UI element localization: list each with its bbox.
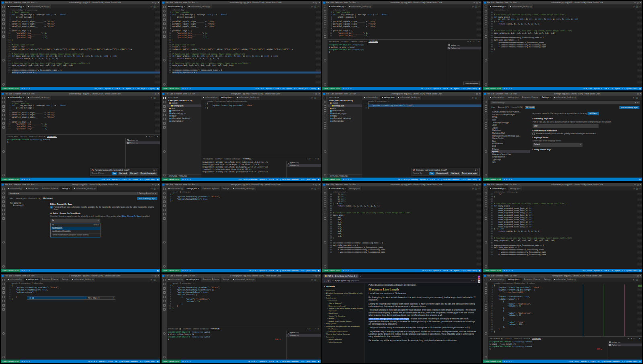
panel-tab-output[interactable]: OUTPUT — [20, 135, 27, 137]
status-segment[interactable]: Spaces: 4 — [112, 178, 119, 180]
split-editor-icon[interactable]: ◫ — [475, 96, 477, 99]
tab-Settings[interactable]: Settings — [60, 278, 70, 282]
section-timeline[interactable]: › TIMELINE — [178, 175, 187, 177]
accounts-icon[interactable] — [485, 241, 487, 243]
editor[interactable]: 123456789101112131415161718192021{ "pyth… — [488, 284, 642, 337]
new-terminal-icon[interactable]: ＋ — [628, 337, 630, 339]
panel-tab-output[interactable]: OUTPUT — [505, 337, 512, 339]
more-icon[interactable]: ⋯ — [473, 41, 475, 43]
minimize-icon[interactable]: ─ — [635, 184, 636, 186]
menu-go[interactable]: Go — [510, 2, 512, 4]
settings-search-input[interactable]: Search settings▼✕ — [490, 101, 640, 104]
tab-Extension--Pylance[interactable]: Extension: Pylance — [201, 278, 221, 282]
status-segment[interactable]: 3.11.2 ('venv': venv) — [140, 178, 155, 180]
breadcrumb[interactable]: unformatted.py › … — [328, 190, 481, 193]
more-actions-icon[interactable]: ⋯ — [157, 187, 159, 190]
docker-icon[interactable] — [2, 35, 5, 38]
status-segment[interactable]: 3.11.2 ('venv': venv) — [622, 270, 637, 272]
problems-indicator[interactable]: ⊘0⚠0 — [21, 88, 30, 90]
tab-unformatted_backup-py[interactable]: unformatted_backup.py — [508, 4, 534, 8]
menu-file[interactable]: File — [166, 184, 168, 186]
notification-button-use-yapf[interactable]: Use yapf — [129, 172, 139, 175]
panel-tab-debug-console[interactable]: DEBUG CONSOLE — [29, 135, 45, 137]
more-actions-icon[interactable]: ⋯ — [317, 5, 319, 8]
maximize-panel-icon[interactable]: ⌃ — [475, 41, 477, 43]
remote-explorer-icon[interactable] — [324, 122, 326, 125]
more-actions-icon[interactable]: ⋯ — [478, 187, 480, 190]
remote-indicator[interactable]: ⤫ WSL: Ubuntu-20.04 — [483, 360, 502, 363]
menu-run[interactable]: Run — [31, 275, 34, 277]
menu-go[interactable]: Go — [188, 184, 190, 186]
manage-gear-icon[interactable] — [163, 174, 166, 176]
tab-settings-json[interactable]: settings.json — [508, 186, 522, 190]
remote-indicator[interactable]: ⤫ WSL: Ubuntu-20.04 — [162, 178, 180, 181]
problems-indicator[interactable]: ⊘0⚠2 — [343, 270, 351, 272]
run-and-debug-icon[interactable] — [2, 109, 5, 112]
close-tab-icon[interactable]: × — [184, 6, 185, 8]
menu-view[interactable]: View — [183, 184, 187, 186]
run-and-debug-icon[interactable] — [485, 18, 487, 21]
menu-view[interactable]: View — [504, 184, 508, 186]
terminal-session-item[interactable]: Pythonrpg — [608, 344, 642, 346]
code-area[interactable]: # "bad" spacingdef say_message ( message… — [12, 102, 160, 135]
source-control-icon[interactable] — [2, 105, 5, 108]
problems-indicator[interactable]: ⊘0⚠0 — [343, 178, 351, 180]
split-editor-icon[interactable]: ◫ — [636, 187, 638, 190]
status-segment[interactable]: LF — [276, 178, 278, 180]
close-icon[interactable]: × — [477, 169, 478, 171]
status-segment[interactable]: Spaces: 4 — [266, 88, 273, 90]
more-icon[interactable]: ⋯ — [312, 158, 314, 160]
status-segment[interactable]: Python — [615, 88, 620, 90]
extensions-icon[interactable] — [2, 296, 5, 298]
editor[interactable]: 123456789101112# "bad" spacingdef say_me… — [6, 102, 160, 135]
status-segment[interactable]: 3.11.2 ('venv': venv) — [461, 270, 477, 272]
terminal-session-item[interactable]: pythonrpg — [126, 139, 160, 141]
notifications-bell-icon[interactable]: ◩ — [318, 88, 319, 90]
setting-select[interactable]: Default∨ — [532, 143, 583, 147]
tree-item-simple-browser[interactable]: Simple Browser — [492, 156, 530, 159]
status-segment[interactable]: Ln 28, Col 9 — [583, 88, 592, 90]
tab-unformatted-py[interactable]: unformatted.py× — [167, 4, 187, 8]
close-icon[interactable]: ✕ — [158, 93, 159, 95]
menu-selection[interactable]: Selection — [335, 93, 342, 95]
minimize-icon[interactable]: ─ — [152, 184, 154, 186]
notifications-bell-icon[interactable]: ◩ — [157, 270, 159, 272]
code-area[interactable]: # "bad" spacingdef say_message ( message… — [172, 11, 321, 87]
minimize-icon[interactable]: ─ — [474, 184, 475, 186]
tab-Settings[interactable]: Settings — [542, 278, 553, 282]
tree-item-pylance[interactable]: Pylance — [492, 148, 530, 151]
maximize-panel-icon[interactable]: ⌃ — [315, 158, 316, 160]
menu-[interactable]: ··· — [197, 2, 199, 4]
suggestion-item[interactable]: {} {}› — [27, 296, 87, 300]
close-tab-icon[interactable]: × — [344, 6, 346, 8]
desc-link[interactable]: Editor: Format On Save — [122, 215, 141, 217]
extensions-icon[interactable] — [163, 296, 166, 298]
tab-Extension--Pylance[interactable]: Extension: Pylance — [40, 186, 60, 190]
editor[interactable]: 3839404142434445464748495051525354555657… — [328, 193, 481, 269]
run-and-debug-icon[interactable] — [324, 200, 326, 203]
extensions-icon[interactable] — [324, 22, 326, 25]
tab-Settings[interactable]: Settings× — [540, 96, 553, 100]
run-icon[interactable]: ▷ — [472, 96, 474, 99]
split-editor-icon[interactable]: ◫ — [475, 5, 477, 8]
testing-icon[interactable] — [2, 209, 5, 211]
tab-settings-json[interactable]: settings.json — [24, 278, 40, 282]
scope-tab-user[interactable]: User — [9, 198, 13, 200]
search-icon[interactable] — [485, 192, 487, 194]
menu-file[interactable]: File — [487, 184, 490, 186]
menu-selection[interactable]: Selection — [496, 275, 503, 277]
code-area[interactable]: { "python.formatting.provider": "black"} — [207, 102, 321, 157]
tree-item-php[interactable]: PHP — [492, 145, 530, 148]
tree-item-html[interactable]: HTML — [492, 116, 530, 119]
menu-go[interactable]: Go — [27, 275, 30, 277]
tab-unformatted-py[interactable]: unformatted.py — [488, 278, 506, 282]
docker-icon[interactable] — [163, 217, 166, 220]
tab-unformatted_backup-py[interactable]: unformatted_backup.py — [72, 186, 98, 190]
editor[interactable]: 1234567891011121314151617181920212223242… — [6, 11, 160, 87]
menu-view[interactable]: View — [183, 93, 187, 95]
scope-tab-workspace[interactable]: Workspace — [43, 197, 52, 200]
tab-unformatted_backup-py[interactable]: unformatted_backup.py — [553, 278, 578, 282]
menu-view[interactable]: View — [22, 275, 26, 277]
close-icon[interactable]: ✕ — [479, 184, 481, 186]
search-icon[interactable] — [163, 10, 166, 12]
